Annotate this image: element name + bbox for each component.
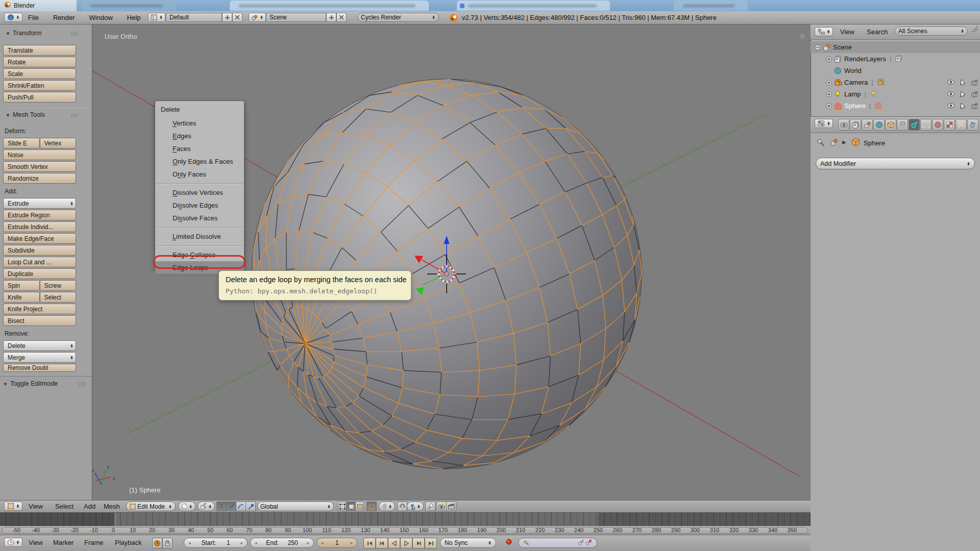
visibility-toggle[interactable] bbox=[945, 77, 956, 88]
outliner-search-menu[interactable]: Search bbox=[867, 28, 888, 36]
selectability-toggle[interactable] bbox=[957, 77, 968, 88]
tool-button-rotate[interactable]: Rotate bbox=[3, 57, 76, 67]
limit-selection-to-visible-button[interactable] bbox=[366, 502, 377, 511]
menubar-menu-window[interactable]: Window bbox=[89, 11, 113, 24]
outliner-row-renderlayers[interactable]: RenderLayers| bbox=[811, 53, 980, 65]
properties-tab-physics[interactable] bbox=[967, 119, 978, 131]
screen-layout-field[interactable]: Default bbox=[166, 13, 222, 22]
menubar-menu-file[interactable]: File bbox=[28, 11, 39, 24]
opengl-render-image-button[interactable] bbox=[436, 502, 447, 511]
stepper-left-arrow[interactable]: ◂ bbox=[188, 540, 191, 545]
menu-item-faces[interactable]: Faces bbox=[155, 142, 244, 155]
expand-icon[interactable] bbox=[826, 103, 834, 109]
viewport-shading-dropdown[interactable]: ▲▼ bbox=[178, 502, 195, 511]
edge-select-button[interactable] bbox=[347, 502, 355, 511]
tool-button-extrude-individ-[interactable]: Extrude Individ... bbox=[3, 221, 76, 232]
renderability-toggle[interactable] bbox=[969, 100, 980, 112]
auto-keyframe-record-button[interactable] bbox=[505, 538, 513, 548]
panel-drag-grip[interactable] bbox=[71, 32, 79, 36]
tool-button-shrink-fatten[interactable]: Shrink/Fatten bbox=[3, 80, 76, 91]
tool-button-randomize[interactable]: Randomize bbox=[3, 173, 76, 184]
tool-button-slide-e[interactable]: Slide E bbox=[3, 138, 40, 148]
menu-item-dissolve-edges[interactable]: Dissolve Edges bbox=[155, 199, 244, 212]
outliner-row-scene[interactable]: Scene bbox=[811, 41, 980, 53]
menu-item-vertices[interactable]: Vertices bbox=[155, 117, 244, 130]
add-layout-button[interactable] bbox=[222, 13, 232, 22]
menu-item-edges[interactable]: Edges bbox=[155, 130, 244, 142]
viewport-editor-type-button[interactable]: ▲▼ bbox=[4, 502, 22, 511]
tool-button-extrude[interactable]: Extrude▲▼ bbox=[3, 198, 76, 209]
pin-icon[interactable] bbox=[817, 138, 825, 148]
renderability-toggle[interactable] bbox=[969, 77, 980, 88]
render-engine-dropdown[interactable]: Cycles Render ▲▼ bbox=[357, 13, 439, 22]
menubar-menu-help[interactable]: Help bbox=[127, 11, 141, 24]
timeline-track[interactable] bbox=[0, 513, 811, 526]
outliner-filter-dropdown[interactable]: All Scenes ▲▼ bbox=[895, 27, 968, 36]
jump-to-end-button[interactable] bbox=[425, 538, 437, 548]
transform-panel-header[interactable]: ▼Transform bbox=[6, 30, 41, 37]
menu-item-limited-dissolve[interactable]: Limited Dissolve bbox=[155, 230, 244, 243]
outliner-editor-type-button[interactable]: ▲▼ bbox=[815, 27, 833, 36]
editor-type-button[interactable]: i ▲▼ bbox=[4, 13, 22, 22]
tool-button-scale[interactable]: Scale bbox=[3, 68, 76, 79]
stepper-left-arrow[interactable]: ◂ bbox=[255, 540, 257, 545]
tool-button-spin[interactable]: Spin bbox=[3, 280, 40, 291]
collapse-icon[interactable] bbox=[815, 44, 823, 51]
properties-tab-texture[interactable] bbox=[944, 119, 955, 131]
tool-button-extrude-region[interactable]: Extrude Region bbox=[3, 210, 76, 220]
timeline-menu-playback[interactable]: Playback bbox=[115, 539, 142, 546]
properties-tab-object[interactable] bbox=[885, 119, 896, 131]
timeline-menu-frame[interactable]: Frame bbox=[84, 539, 104, 546]
tool-button-noise[interactable]: Noise bbox=[3, 149, 76, 160]
lock-time-button[interactable] bbox=[162, 538, 173, 548]
viewport-menu-add[interactable]: Add bbox=[84, 500, 95, 512]
orientation-dropdown[interactable]: Global▲▼ bbox=[257, 502, 334, 511]
stepper-left-arrow[interactable]: ◂ bbox=[321, 540, 324, 545]
stepper-right-arrow[interactable]: ▸ bbox=[307, 540, 309, 545]
expand-icon[interactable] bbox=[826, 91, 834, 97]
properties-tab-particles[interactable] bbox=[955, 119, 967, 131]
properties-tab-renderlayers[interactable] bbox=[850, 119, 861, 131]
outliner-row-lamp[interactable]: Lamp| bbox=[811, 88, 980, 100]
tool-button-remove-doubl[interactable]: Remove Doubl bbox=[3, 364, 76, 372]
manipulator-translate-toggle[interactable] bbox=[226, 502, 236, 511]
add-keying-set-button[interactable] bbox=[577, 539, 585, 547]
tool-button-bisect[interactable]: Bisect bbox=[3, 315, 76, 326]
tool-button-merge[interactable]: Merge▲▼ bbox=[3, 352, 76, 363]
menu-item-only-edges-faces[interactable]: Only Edges & Faces bbox=[155, 155, 244, 168]
manipulator-rotate-toggle[interactable] bbox=[236, 502, 246, 511]
play-button[interactable] bbox=[400, 538, 412, 548]
close-layout-button[interactable] bbox=[232, 13, 242, 22]
manipulator-axes-toggle[interactable] bbox=[216, 502, 227, 511]
menu-item-dissolve-vertices[interactable]: Dissolve Vertices bbox=[155, 186, 244, 199]
outliner-row-camera[interactable]: Camera| bbox=[811, 77, 980, 88]
tool-button-select[interactable]: Select bbox=[40, 292, 77, 303]
mesh-tools-panel-header[interactable]: ▼Mesh Tools bbox=[6, 111, 45, 118]
viewport-menu-mesh[interactable]: Mesh bbox=[104, 500, 120, 512]
selectability-toggle[interactable] bbox=[957, 88, 968, 100]
menu-item-only-faces[interactable]: Only Faces bbox=[155, 168, 244, 181]
opengl-render-animation-button[interactable] bbox=[446, 502, 456, 511]
menu-item-dissolve-faces[interactable]: Dissolve Faces bbox=[155, 212, 244, 224]
expand-icon[interactable] bbox=[826, 56, 834, 62]
sync-dropdown[interactable]: No Sync▲▼ bbox=[440, 538, 496, 548]
outliner-row-sphere[interactable]: Sphere| bbox=[811, 100, 980, 112]
tool-button-knife-project[interactable]: Knife Project bbox=[3, 304, 76, 314]
tool-button-vertex[interactable]: Vertex bbox=[40, 138, 77, 148]
timeline-menu-marker[interactable]: Marker bbox=[53, 539, 74, 546]
visibility-toggle[interactable] bbox=[945, 88, 956, 100]
end-frame-field[interactable]: ◂End:250▸ bbox=[250, 538, 314, 548]
scene-name-field[interactable]: Scene bbox=[266, 13, 326, 22]
menubar-menu-render[interactable]: Render bbox=[53, 11, 75, 24]
mode-dropdown[interactable]: Edit Mode▲▼ bbox=[126, 502, 176, 511]
tool-button-subdivide[interactable]: Subdivide bbox=[3, 245, 76, 256]
use-preview-range-button[interactable] bbox=[152, 538, 162, 548]
snap-element-dropdown[interactable]: ▲▼ bbox=[407, 502, 424, 511]
manipulator-scale-toggle[interactable] bbox=[246, 502, 256, 511]
snap-target-button[interactable] bbox=[425, 502, 435, 511]
expand-icon[interactable] bbox=[826, 80, 834, 86]
add-scene-button[interactable] bbox=[326, 13, 336, 22]
timeline-ruler[interactable]: -50-40-30-20-100102030405060708090100110… bbox=[0, 526, 811, 535]
start-frame-field[interactable]: ◂Start:1▸ bbox=[184, 538, 248, 548]
tool-button-smooth-vertex[interactable]: Smooth Vertex bbox=[3, 161, 76, 172]
